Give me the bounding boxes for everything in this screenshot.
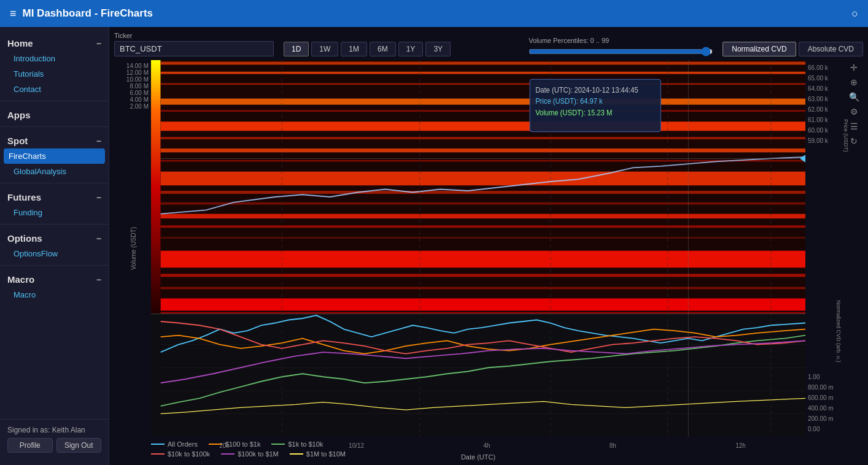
sidebar-item-firecharts[interactable]: FireCharts	[4, 148, 105, 164]
home-collapse-icon[interactable]: −	[96, 39, 101, 48]
macro-collapse-icon[interactable]: −	[96, 275, 101, 285]
list-icon[interactable]: ☰	[850, 121, 858, 131]
timeframe-group: 1D 1W 1M 6M 1Y 3Y	[284, 42, 451, 56]
tf-1d[interactable]: 1D	[284, 42, 309, 56]
tf-1y[interactable]: 1Y	[398, 42, 424, 56]
sidebar: Home − Introduction Tutorials Contact Ap…	[0, 27, 109, 465]
sidebar-item-macro[interactable]: Macro	[0, 287, 109, 302]
y-axis-left: 14.00 M 12.00 M 10.00 M 8.00 M 6.00 M 4.…	[114, 60, 151, 437]
toolbar-right: ✛ ⊕ 🔍 ⚙ ☰ ↻	[845, 60, 863, 437]
sidebar-item-funding[interactable]: Funding	[0, 205, 109, 220]
settings2-icon[interactable]: ⚙	[850, 107, 858, 117]
y-axis-right: 66.00 k 65.00 k 64.00 k 63.00 k 62.00 k …	[805, 60, 845, 437]
sidebar-item-contact[interactable]: Contact	[0, 82, 109, 97]
date-axis: 20h 10/12 4h 8h 12h	[151, 439, 805, 452]
svg-rect-1	[151, 60, 161, 314]
spot-collapse-icon[interactable]: −	[96, 136, 101, 146]
volume-group: Volume Percentiles: 0 .. 99	[529, 37, 713, 56]
svg-rect-3	[161, 62, 805, 65]
date-4h: 4h	[483, 442, 490, 449]
controls-row: Ticker 1D 1W 1M 6M 1Y 3Y Volume Percenti…	[114, 32, 863, 56]
tf-3y[interactable]: 3Y	[425, 42, 451, 56]
sidebar-section-options: Options −	[0, 228, 109, 246]
sidebar-item-globalanalysis[interactable]: GlobalAnalysis	[0, 164, 109, 179]
svg-rect-5	[161, 83, 805, 85]
cvd-normalized-btn[interactable]: Normalized CVD	[723, 42, 796, 56]
topbar: ≡ MI Dashboard - FireCharts ○	[0, 0, 868, 27]
svg-rect-11	[161, 160, 805, 162]
svg-rect-14	[161, 202, 805, 205]
price-axis-title: Price (USDT)	[842, 119, 848, 152]
options-collapse-icon[interactable]: −	[96, 234, 101, 244]
cvd-absolute-btn[interactable]: Absolute CVD	[799, 42, 863, 56]
tf-6m[interactable]: 6M	[370, 42, 396, 56]
refresh-icon[interactable]: ↻	[850, 136, 858, 146]
svg-text:Date (UTC): 2024-10-12 13:44:4: Date (UTC): 2024-10-12 13:44:45	[535, 85, 638, 94]
zoom-icon[interactable]: 🔍	[849, 92, 859, 102]
y-label-10m: 10.00 M	[114, 76, 149, 83]
svg-rect-18	[161, 251, 805, 268]
svg-text:Volume (USDT): 15.23 M: Volume (USDT): 15.23 M	[535, 109, 612, 118]
svg-rect-6	[161, 99, 805, 105]
menu-icon[interactable]: ≡	[10, 7, 17, 20]
chart-container: 14.00 M 12.00 M 10.00 M 8.00 M 6.00 M 4.…	[114, 60, 863, 437]
sign-out-button[interactable]: Sign Out	[56, 438, 102, 453]
app-title: MI Dashboard - FireCharts	[23, 7, 153, 20]
chart-svg-wrapper[interactable]: Date (UTC): 2024-10-12 13:44:45 Price (U…	[151, 60, 805, 437]
sidebar-macro-label: Macro	[7, 274, 34, 285]
user-buttons: Profile Sign Out	[7, 438, 101, 453]
sidebar-spot-label: Spot	[7, 136, 28, 146]
svg-rect-4	[161, 72, 805, 74]
y-label-6m: 6.00 M	[114, 90, 149, 96]
sidebar-apps-label: Apps	[7, 110, 31, 120]
price-axis: 66.00 k 65.00 k 64.00 k 63.00 k 62.00 k …	[808, 63, 845, 146]
svg-rect-19	[161, 274, 805, 277]
svg-rect-7	[161, 110, 805, 112]
svg-rect-10	[161, 148, 805, 152]
ticker-label: Ticker	[114, 32, 274, 39]
tf-1w[interactable]: 1W	[311, 42, 338, 56]
cvd-group: Normalized CVD Absolute CVD	[723, 42, 863, 56]
volume-label: Volume Percentiles: 0 .. 99	[529, 37, 713, 44]
sidebar-item-tutorials[interactable]: Tutorials	[0, 66, 109, 82]
date-20h: 20h	[219, 442, 230, 449]
crosshair-icon[interactable]: ✛	[850, 63, 858, 72]
sidebar-section-home: Home −	[0, 33, 109, 51]
svg-text:Price (USDT): 64.97 k: Price (USDT): 64.97 k	[535, 97, 603, 106]
sidebar-section-futures: Futures −	[0, 187, 109, 205]
svg-rect-13	[161, 191, 805, 194]
sidebar-home-label: Home	[7, 38, 33, 48]
tf-1m[interactable]: 1M	[341, 42, 367, 56]
sidebar-section-apps: Apps	[0, 105, 109, 123]
move-icon[interactable]: ⊕	[850, 77, 858, 87]
circle-icon[interactable]: ○	[851, 7, 858, 20]
svg-rect-9	[161, 137, 805, 139]
user-section: Signed in as: Keith Alan Profile Sign Ou…	[0, 419, 109, 459]
topbar-title: ≡ MI Dashboard - FireCharts	[10, 7, 153, 20]
profile-button[interactable]: Profile	[7, 438, 53, 453]
main-chart-svg: Date (UTC): 2024-10-12 13:44:45 Price (U…	[151, 60, 805, 437]
svg-rect-17	[161, 237, 805, 239]
futures-collapse-icon[interactable]: −	[96, 193, 101, 202]
ticker-group: Ticker	[114, 32, 274, 56]
svg-rect-12	[161, 172, 805, 186]
signed-in-label: Signed in as: Keith Alan	[7, 426, 101, 434]
chart-area: Ticker 1D 1W 1M 6M 1Y 3Y Volume Percenti…	[109, 27, 868, 465]
sidebar-options-label: Options	[7, 233, 42, 244]
y-axis-left-title: Volume (USDT)	[130, 227, 137, 270]
cvd-axis: 1.00 800.00 m 600.00 m 400.00 m 200.00 m…	[808, 372, 845, 434]
svg-rect-15	[161, 214, 805, 219]
y-label-8m: 8.00 M	[114, 83, 149, 90]
cvd-axis-title: Normalized CVD (arb. u.)	[835, 301, 841, 363]
svg-rect-8	[161, 121, 805, 131]
ticker-input[interactable]	[114, 41, 274, 56]
svg-rect-20	[161, 287, 805, 290]
volume-slider[interactable]	[529, 47, 713, 56]
date-12h: 12h	[735, 442, 746, 449]
date-1012: 10/12	[349, 442, 364, 449]
sidebar-section-macro: Macro −	[0, 269, 109, 287]
sidebar-section-spot: Spot −	[0, 131, 109, 148]
sidebar-item-optionsflow[interactable]: OptionsFlow	[0, 246, 109, 261]
date-8h: 8h	[610, 442, 616, 449]
sidebar-item-introduction[interactable]: Introduction	[0, 51, 109, 66]
